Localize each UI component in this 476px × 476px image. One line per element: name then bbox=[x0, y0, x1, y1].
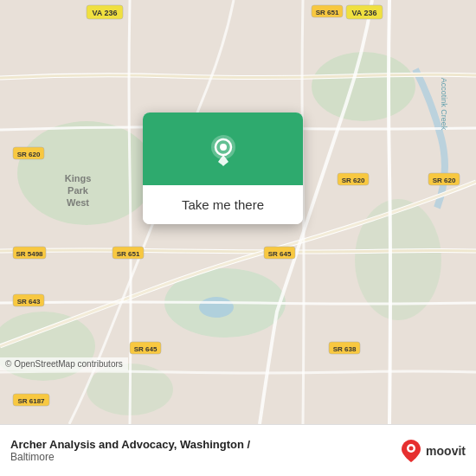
moovit-brand-text: moovit bbox=[426, 444, 466, 458]
take-me-there-button[interactable]: Take me there bbox=[143, 185, 303, 224]
svg-point-7 bbox=[199, 297, 234, 318]
location-title: Archer Analysis and Advocacy, Washington… bbox=[10, 438, 250, 451]
svg-text:SR 645: SR 645 bbox=[268, 250, 292, 258]
svg-text:SR 620: SR 620 bbox=[342, 177, 365, 184]
svg-text:SR 620: SR 620 bbox=[17, 151, 41, 158]
svg-text:SR 651: SR 651 bbox=[316, 9, 339, 16]
copyright-text: © OpenStreetMap contributors bbox=[0, 357, 128, 370]
svg-text:VA 236: VA 236 bbox=[351, 9, 376, 17]
svg-text:SR 5498: SR 5498 bbox=[16, 250, 43, 258]
svg-text:SR 645: SR 645 bbox=[134, 345, 158, 353]
moovit-logo-icon bbox=[400, 438, 422, 464]
location-subtitle: Baltimore bbox=[10, 451, 250, 463]
map-view: VA 236 VA 236 SR 620 SR 5498 SR 651 SR 6… bbox=[0, 0, 476, 424]
svg-text:SR 6187: SR 6187 bbox=[17, 397, 45, 405]
svg-text:Kings: Kings bbox=[65, 173, 92, 183]
location-info: Archer Analysis and Advocacy, Washington… bbox=[10, 438, 250, 463]
svg-point-2 bbox=[312, 52, 415, 121]
moovit-logo: moovit bbox=[400, 438, 466, 464]
svg-text:Accotink Creek: Accotink Creek bbox=[440, 78, 448, 131]
svg-text:VA 236: VA 236 bbox=[92, 9, 117, 17]
svg-text:West: West bbox=[67, 197, 89, 208]
popup-icon-background bbox=[143, 113, 303, 185]
svg-text:SR 643: SR 643 bbox=[17, 298, 41, 306]
info-bar: Archer Analysis and Advocacy, Washington… bbox=[0, 424, 476, 476]
svg-text:Park: Park bbox=[68, 185, 89, 196]
svg-text:SR 651: SR 651 bbox=[117, 250, 140, 258]
svg-point-3 bbox=[355, 199, 441, 320]
svg-point-42 bbox=[409, 446, 414, 450]
svg-text:SR 638: SR 638 bbox=[333, 345, 357, 353]
location-pin-icon bbox=[204, 132, 242, 170]
location-popup: Take me there bbox=[143, 113, 303, 224]
svg-text:SR 620: SR 620 bbox=[433, 177, 456, 184]
svg-point-40 bbox=[220, 144, 227, 151]
